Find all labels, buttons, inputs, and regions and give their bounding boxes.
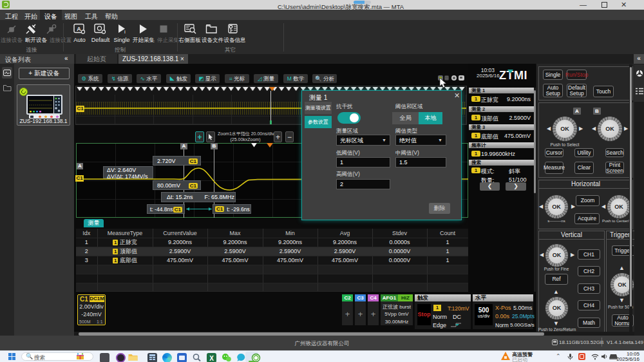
- svg-text:i: i: [124, 29, 126, 35]
- svg-text:A: A: [77, 26, 81, 32]
- svg-text:X: X: [209, 355, 214, 362]
